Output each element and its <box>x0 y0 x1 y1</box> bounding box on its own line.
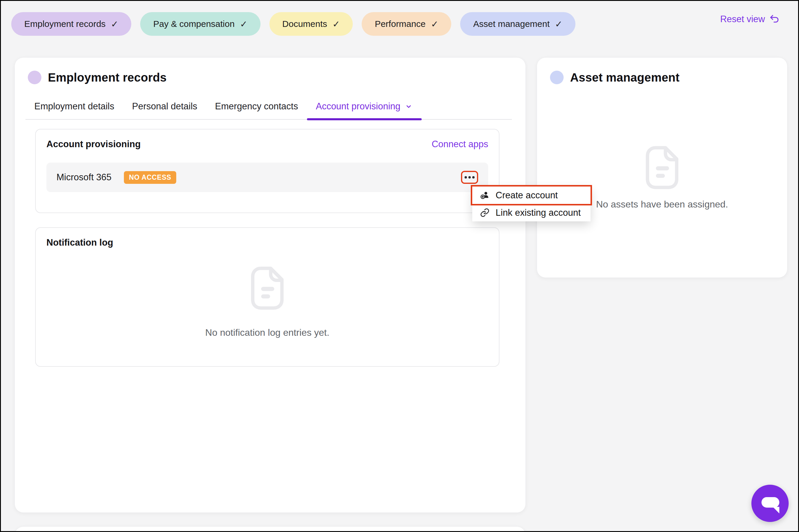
tab-employment-details[interactable]: Employment details <box>25 101 123 119</box>
reset-view-button[interactable]: Reset view <box>720 14 780 24</box>
app-row-microsoft-365: Microsoft 365 NO ACCESS <box>47 163 488 192</box>
chevron-down-icon <box>405 102 413 111</box>
undo-icon <box>769 14 780 24</box>
connect-apps-link[interactable]: Connect apps <box>432 139 488 150</box>
panel-title: Notification log <box>47 238 113 248</box>
menu-item-label: Create account <box>496 190 558 201</box>
chat-launcher-button[interactable] <box>751 485 789 522</box>
tab-personal-details[interactable]: Personal details <box>123 101 206 119</box>
link-icon <box>480 208 490 217</box>
card-title: Asset management <box>570 71 680 84</box>
page-title: Employment records <box>48 71 167 84</box>
employment-records-card: Employment records Employment details Pe… <box>15 57 526 513</box>
pill-performance[interactable]: Performance ✓ <box>361 12 451 36</box>
pill-label: Pay & compensation <box>153 19 235 29</box>
ellipsis-icon[interactable] <box>461 171 478 184</box>
tab-label: Emergency contacts <box>215 101 298 112</box>
chat-bubble-icon <box>751 485 789 522</box>
employment-records-header: Employment records <box>28 71 167 84</box>
check-icon: ✓ <box>555 19 562 29</box>
panel-title: Account provisioning <box>47 139 141 150</box>
pill-pay-compensation[interactable]: Pay & compensation ✓ <box>140 12 260 36</box>
menu-item-link-existing-account[interactable]: Link existing account <box>472 204 591 221</box>
check-icon: ✓ <box>431 19 438 29</box>
next-section-card-peek <box>15 526 526 532</box>
status-badge: NO ACCESS <box>124 171 176 184</box>
section-color-dot <box>550 71 564 84</box>
document-icon <box>249 266 285 312</box>
account-provisioning-panel: Account provisioning Connect apps Micros… <box>35 129 499 213</box>
check-icon: ✓ <box>111 19 118 29</box>
pill-documents[interactable]: Documents ✓ <box>270 12 353 36</box>
notification-log-panel: Notification log No notification log ent… <box>35 227 499 367</box>
user-plus-icon <box>480 190 490 200</box>
app-name: Microsoft 365 <box>56 172 111 183</box>
pill-label: Employment records <box>24 19 106 29</box>
tab-account-provisioning[interactable]: Account provisioning <box>307 101 422 119</box>
check-icon: ✓ <box>332 19 340 29</box>
document-icon <box>644 145 680 191</box>
tab-label: Personal details <box>132 101 198 112</box>
page: { "page": { "background": "#f4f4f5", "ac… <box>0 0 799 532</box>
menu-item-label: Link existing account <box>496 208 581 218</box>
tab-label: Employment details <box>34 101 114 112</box>
completed-sections-bar: Employment records ✓ Pay & compensation … <box>11 12 575 36</box>
asset-management-header: Asset management <box>550 71 680 84</box>
tab-label: Account provisioning <box>316 101 401 112</box>
pill-label: Documents <box>282 19 327 29</box>
reset-view-label: Reset view <box>720 14 765 24</box>
employment-tabs: Employment details Personal details Emer… <box>25 101 512 120</box>
pill-asset-management[interactable]: Asset management ✓ <box>460 12 575 36</box>
tab-emergency-contacts[interactable]: Emergency contacts <box>206 101 307 119</box>
panel-head: Account provisioning Connect apps <box>36 130 499 150</box>
panel-head: Notification log <box>36 228 499 248</box>
pill-label: Asset management <box>473 19 550 29</box>
kebab-dropdown-menu: Create account Link existing account <box>472 187 591 221</box>
pill-employment-records[interactable]: Employment records ✓ <box>11 12 131 36</box>
menu-item-create-account[interactable]: Create account <box>472 187 591 204</box>
check-icon: ✓ <box>240 19 247 29</box>
section-color-dot <box>28 71 41 84</box>
asset-management-card: Asset management No assets have been ass… <box>537 57 787 278</box>
empty-state-text: No notification log entries yet. <box>36 327 499 338</box>
pill-label: Performance <box>375 19 426 29</box>
